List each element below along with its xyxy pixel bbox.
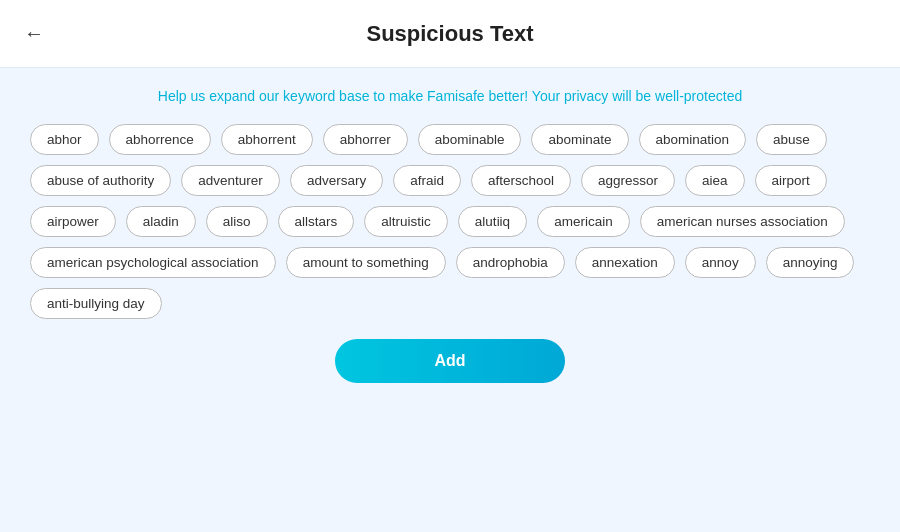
tag-item[interactable]: abhor: [30, 124, 99, 155]
tag-item[interactable]: afraid: [393, 165, 461, 196]
main-content: Help us expand our keyword base to make …: [0, 68, 900, 532]
tag-item[interactable]: abhorrer: [323, 124, 408, 155]
tag-item[interactable]: american psychological association: [30, 247, 276, 278]
back-button[interactable]: ←: [20, 18, 48, 49]
tag-item[interactable]: altruistic: [364, 206, 448, 237]
tag-item[interactable]: annoy: [685, 247, 756, 278]
tag-item[interactable]: aliso: [206, 206, 268, 237]
header: ← Suspicious Text: [0, 0, 900, 68]
add-button[interactable]: Add: [335, 339, 565, 383]
tag-item[interactable]: abominate: [531, 124, 628, 155]
tag-item[interactable]: anti-bullying day: [30, 288, 162, 319]
tag-item[interactable]: abhorrent: [221, 124, 313, 155]
tag-item[interactable]: abomination: [639, 124, 747, 155]
tag-item[interactable]: adversary: [290, 165, 383, 196]
tag-item[interactable]: abuse: [756, 124, 827, 155]
page-title: Suspicious Text: [366, 21, 533, 47]
tag-item[interactable]: american nurses association: [640, 206, 845, 237]
tags-container: abhorabhorrenceabhorrentabhorrerabominab…: [30, 124, 870, 319]
tag-item[interactable]: annoying: [766, 247, 855, 278]
tag-item[interactable]: amount to something: [286, 247, 446, 278]
tag-item[interactable]: androphobia: [456, 247, 565, 278]
back-icon: ←: [24, 22, 44, 45]
subtitle-text: Help us expand our keyword base to make …: [158, 88, 742, 104]
tag-item[interactable]: aiea: [685, 165, 745, 196]
tag-item[interactable]: allstars: [278, 206, 355, 237]
tag-item[interactable]: americain: [537, 206, 630, 237]
tag-item[interactable]: aggressor: [581, 165, 675, 196]
tag-item[interactable]: abuse of authority: [30, 165, 171, 196]
tag-item[interactable]: abominable: [418, 124, 522, 155]
tag-item[interactable]: annexation: [575, 247, 675, 278]
tag-item[interactable]: adventurer: [181, 165, 280, 196]
tag-item[interactable]: airport: [755, 165, 827, 196]
tag-item[interactable]: alutiiq: [458, 206, 527, 237]
tag-item[interactable]: afterschool: [471, 165, 571, 196]
tag-item[interactable]: airpower: [30, 206, 116, 237]
tag-item[interactable]: aladin: [126, 206, 196, 237]
tag-item[interactable]: abhorrence: [109, 124, 211, 155]
